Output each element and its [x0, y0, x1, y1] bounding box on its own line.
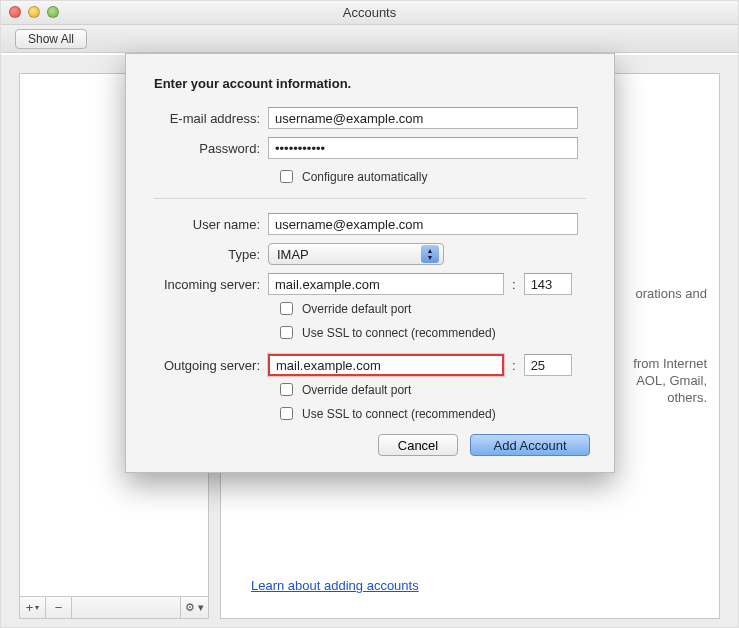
select-chevrons-icon: ▲▼	[421, 245, 439, 263]
password-field[interactable]	[268, 137, 578, 159]
learn-about-accounts-link[interactable]: Learn about adding accounts	[251, 578, 419, 593]
close-window-button[interactable]	[9, 6, 21, 18]
preferences-window: Accounts Show All +▾ − ⚙ ▾ select an acc…	[0, 0, 739, 628]
actions-menu-button[interactable]: ⚙ ▾	[180, 597, 208, 618]
username-label: User name:	[154, 217, 268, 232]
outgoing-use-ssl-checkbox[interactable]	[280, 407, 293, 420]
incoming-override-port-label: Override default port	[302, 302, 411, 316]
bg-text-2: orations and	[635, 284, 707, 304]
outgoing-override-port-label: Override default port	[302, 383, 411, 397]
configure-automatically-label: Configure automatically	[302, 170, 427, 184]
gear-icon: ⚙ ▾	[185, 601, 204, 614]
window-controls	[9, 6, 59, 18]
titlebar: Accounts	[1, 1, 738, 25]
minimize-window-button[interactable]	[28, 6, 40, 18]
minus-icon: −	[55, 600, 63, 615]
remove-account-button[interactable]: −	[46, 597, 72, 618]
sheet-buttons: Cancel Add Account	[378, 434, 590, 456]
outgoing-server-field[interactable]	[268, 354, 504, 376]
incoming-server-label: Incoming server:	[154, 277, 268, 292]
email-field[interactable]	[268, 107, 578, 129]
incoming-override-port-checkbox[interactable]	[280, 302, 293, 315]
password-label: Password:	[154, 141, 268, 156]
dropdown-caret-icon: ▾	[35, 603, 39, 612]
incoming-use-ssl-checkbox[interactable]	[280, 326, 293, 339]
add-account-button[interactable]: +▾	[20, 597, 46, 618]
plus-icon: +	[26, 600, 34, 615]
account-type-select[interactable]: IMAP ▲▼	[268, 243, 444, 265]
type-label: Type:	[154, 247, 268, 262]
incoming-port-field[interactable]	[524, 273, 572, 295]
outgoing-colon: :	[510, 358, 518, 373]
bg-text-3c: others.	[667, 388, 707, 408]
account-setup-sheet: Enter your account information. E-mail a…	[125, 53, 615, 473]
account-type-value: IMAP	[277, 247, 309, 262]
zoom-window-button[interactable]	[47, 6, 59, 18]
divider	[154, 198, 586, 199]
sheet-title: Enter your account information.	[154, 76, 586, 91]
show-all-button[interactable]: Show All	[15, 29, 87, 49]
username-field[interactable]	[268, 213, 578, 235]
toolbar: Show All	[1, 25, 738, 53]
incoming-server-field[interactable]	[268, 273, 504, 295]
accounts-list-footer: +▾ − ⚙ ▾	[20, 596, 208, 618]
outgoing-port-field[interactable]	[524, 354, 572, 376]
outgoing-override-port-checkbox[interactable]	[280, 383, 293, 396]
footer-spacer	[72, 597, 180, 618]
outgoing-use-ssl-label: Use SSL to connect (recommended)	[302, 407, 496, 421]
add-account-button-primary[interactable]: Add Account	[470, 434, 590, 456]
outgoing-server-label: Outgoing server:	[154, 358, 268, 373]
incoming-colon: :	[510, 277, 518, 292]
incoming-use-ssl-label: Use SSL to connect (recommended)	[302, 326, 496, 340]
configure-automatically-checkbox[interactable]	[280, 170, 293, 183]
window-title: Accounts	[343, 5, 396, 20]
email-label: E-mail address:	[154, 111, 268, 126]
cancel-button[interactable]: Cancel	[378, 434, 458, 456]
